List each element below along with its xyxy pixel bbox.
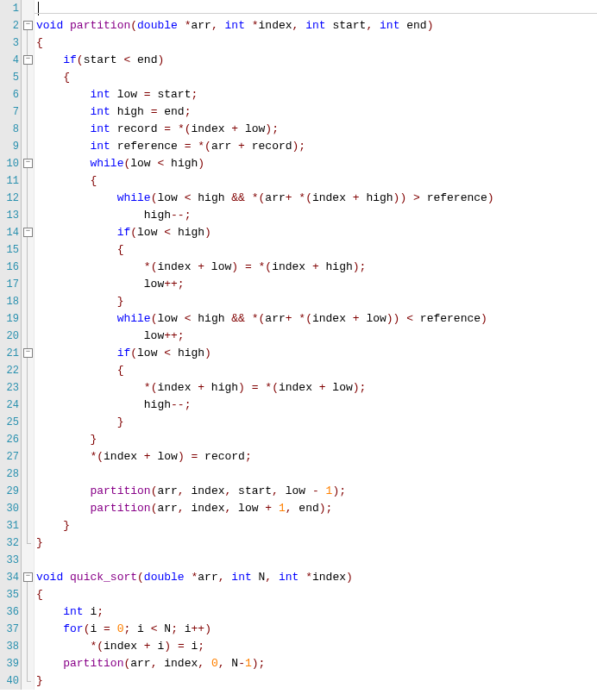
code-line[interactable]: if(start < end) — [36, 52, 597, 69]
code-line[interactable]: } — [36, 534, 597, 552]
line-number: 13 — [0, 207, 19, 224]
code-line[interactable]: if(low < high) — [36, 224, 597, 241]
line-number: 34 — [0, 569, 19, 586]
line-number: 10 — [0, 155, 19, 172]
fold-column — [22, 0, 35, 690]
code-line[interactable]: void partition(double *arr, int *index, … — [36, 17, 597, 34]
line-number: 33 — [0, 552, 19, 569]
code-line[interactable]: partition(arr, index, low + 1, end); — [36, 500, 597, 517]
code-line[interactable]: } — [36, 414, 597, 431]
code-line[interactable]: } — [36, 672, 597, 690]
code-line[interactable]: high--; — [36, 397, 597, 414]
fold-toggle[interactable] — [23, 228, 33, 237]
line-number: 31 — [0, 517, 19, 534]
line-number: 19 — [0, 310, 19, 328]
code-line[interactable]: low++; — [36, 276, 597, 293]
line-number: 2 — [0, 17, 19, 34]
line-number: 1 — [0, 0, 19, 17]
line-number: 32 — [0, 534, 19, 552]
line-number: 9 — [0, 138, 19, 155]
line-number: 22 — [0, 362, 19, 379]
fold-toggle[interactable] — [23, 572, 33, 582]
line-number: 40 — [0, 672, 19, 690]
code-line[interactable]: { — [36, 69, 597, 86]
code-line[interactable]: high--; — [36, 207, 597, 224]
line-number: 36 — [0, 603, 19, 621]
code-line[interactable]: while(low < high && *(arr+ *(index + low… — [36, 310, 597, 328]
code-line[interactable] — [36, 0, 597, 17]
code-line[interactable]: *(index + low) = *(index + high); — [36, 259, 597, 276]
code-editor[interactable]: 1234567891011121314151617181920212223242… — [0, 0, 597, 690]
line-number: 37 — [0, 621, 19, 638]
code-line[interactable]: { — [36, 362, 597, 379]
line-number: 5 — [0, 69, 19, 86]
line-number: 38 — [0, 638, 19, 655]
line-number: 24 — [0, 397, 19, 414]
code-line[interactable]: *(index + low) = record; — [36, 448, 597, 466]
fold-toggle[interactable] — [23, 55, 33, 65]
line-number: 29 — [0, 483, 19, 500]
code-line[interactable]: *(index + high) = *(index + low); — [36, 379, 597, 397]
code-line[interactable]: int high = end; — [36, 103, 597, 121]
code-line[interactable]: if(low < high) — [36, 345, 597, 362]
line-number: 18 — [0, 293, 19, 310]
code-line[interactable]: int reference = *(arr + record); — [36, 138, 597, 155]
code-line[interactable]: } — [36, 517, 597, 534]
line-number: 12 — [0, 190, 19, 207]
line-number: 3 — [0, 34, 19, 52]
line-number: 26 — [0, 431, 19, 448]
code-line[interactable] — [36, 466, 597, 483]
code-line[interactable]: for(i = 0; i < N; i++) — [36, 621, 597, 638]
code-line[interactable]: } — [36, 293, 597, 310]
line-number: 35 — [0, 586, 19, 603]
code-line[interactable]: while(low < high && *(arr+ *(index + hig… — [36, 190, 597, 207]
code-line[interactable]: int low = start; — [36, 86, 597, 103]
line-number: 30 — [0, 500, 19, 517]
fold-toggle[interactable] — [23, 348, 33, 358]
top-rule — [35, 13, 597, 14]
fold-toggle[interactable] — [23, 159, 33, 168]
line-number: 23 — [0, 379, 19, 397]
line-number-gutter: 1234567891011121314151617181920212223242… — [0, 0, 22, 690]
code-line[interactable]: partition(arr, index, 0, N-1); — [36, 655, 597, 672]
line-number: 28 — [0, 466, 19, 483]
line-number: 15 — [0, 241, 19, 259]
code-line[interactable]: } — [36, 431, 597, 448]
code-line[interactable]: { — [36, 586, 597, 603]
line-number: 16 — [0, 259, 19, 276]
code-line[interactable]: low++; — [36, 328, 597, 345]
code-line[interactable]: partition(arr, index, start, low - 1); — [36, 483, 597, 500]
code-line[interactable]: while(low < high) — [36, 155, 597, 172]
line-number: 21 — [0, 345, 19, 362]
code-line[interactable]: { — [36, 34, 597, 52]
line-number: 17 — [0, 276, 19, 293]
line-number: 20 — [0, 328, 19, 345]
code-line[interactable]: { — [36, 241, 597, 259]
line-number: 4 — [0, 52, 19, 69]
code-line[interactable]: int i; — [36, 603, 597, 621]
code-line[interactable] — [36, 552, 597, 569]
code-line[interactable]: *(index + i) = i; — [36, 638, 597, 655]
fold-toggle[interactable] — [23, 21, 33, 30]
line-number: 14 — [0, 224, 19, 241]
line-number: 39 — [0, 655, 19, 672]
line-number: 8 — [0, 121, 19, 138]
code-line[interactable]: { — [36, 172, 597, 190]
line-number: 7 — [0, 103, 19, 121]
code-area[interactable]: void partition(double *arr, int *index, … — [35, 0, 597, 690]
line-number: 6 — [0, 86, 19, 103]
line-number: 25 — [0, 414, 19, 431]
code-line[interactable]: void quick_sort(double *arr, int N, int … — [36, 569, 597, 586]
line-number: 27 — [0, 448, 19, 466]
code-line[interactable]: int record = *(index + low); — [36, 121, 597, 138]
line-number: 11 — [0, 172, 19, 190]
